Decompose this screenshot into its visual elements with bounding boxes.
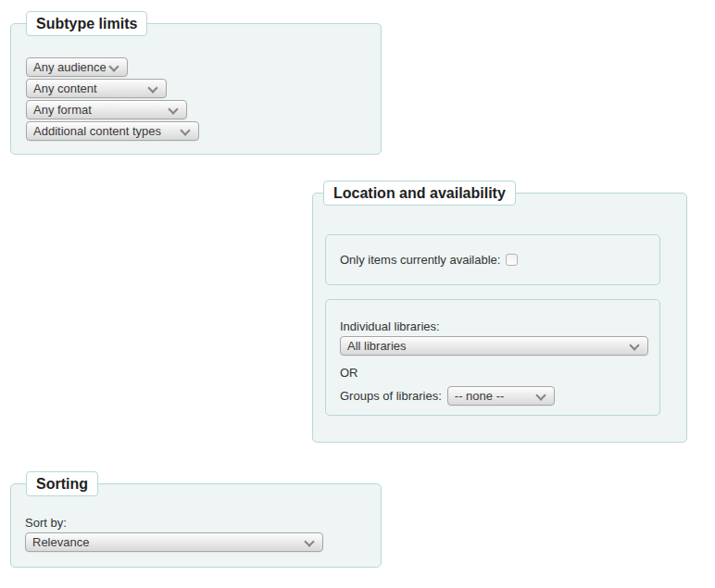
library-groups-select-value: -- none -- <box>455 389 504 403</box>
chevron-down-icon <box>181 127 190 135</box>
library-groups-row: Groups of libraries: -- none -- <box>340 386 659 406</box>
chevron-down-icon <box>109 63 119 71</box>
audience-select[interactable]: Any audience <box>26 57 128 77</box>
location-availability-legend: Location and availability <box>323 181 516 206</box>
library-groups-label: Groups of libraries: <box>340 389 442 403</box>
sorting-legend: Sorting <box>26 471 98 496</box>
individual-libraries-select[interactable]: All libraries <box>340 336 648 356</box>
content-select[interactable]: Any content <box>26 79 167 98</box>
chevron-down-icon <box>630 342 639 350</box>
format-select[interactable]: Any format <box>26 100 187 119</box>
subtype-limits-legend: Subtype limits <box>26 11 147 36</box>
format-select-value: Any format <box>33 103 92 117</box>
sorting-panel: Sorting Sort by: Relevance <box>10 483 382 568</box>
or-label: OR <box>340 367 659 380</box>
chevron-down-icon <box>305 538 314 546</box>
subtype-limits-body: Any audience Any content Any format Addi… <box>11 24 381 141</box>
sort-by-select-value: Relevance <box>32 535 89 549</box>
libraries-box: Individual libraries: All libraries OR G… <box>325 299 660 416</box>
subtype-limits-panel: Subtype limits Any audience Any content … <box>10 23 382 155</box>
content-select-value: Any content <box>33 81 97 95</box>
individual-libraries-label: Individual libraries: <box>340 319 659 333</box>
chevron-down-icon <box>169 106 178 114</box>
additional-content-types-select-value: Additional content types <box>33 124 161 138</box>
sort-by-label: Sort by: <box>25 516 381 530</box>
library-groups-select[interactable]: -- none -- <box>447 386 555 406</box>
location-availability-panel: Location and availability Only items cur… <box>312 193 687 443</box>
individual-libraries-select-value: All libraries <box>347 339 407 353</box>
available-now-label: Only items currently available: <box>340 253 500 267</box>
audience-select-value: Any audience <box>33 60 107 74</box>
chevron-down-icon <box>536 392 546 400</box>
available-now-checkbox[interactable] <box>506 254 518 266</box>
chevron-down-icon <box>148 84 157 93</box>
sort-by-select[interactable]: Relevance <box>25 532 323 552</box>
availability-box: Only items currently available: <box>325 234 660 285</box>
additional-content-types-select[interactable]: Additional content types <box>26 121 199 141</box>
